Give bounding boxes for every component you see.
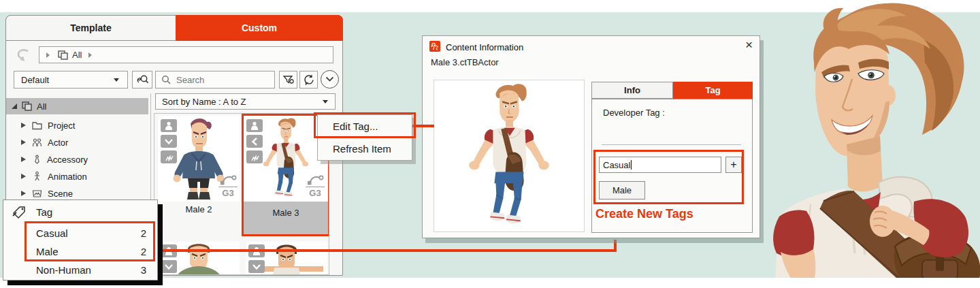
developer-tag-label: Developer Tag :: [603, 108, 665, 118]
library-dropdown-value: Default: [21, 75, 49, 85]
tree-expand-closed-icon[interactable]: [21, 191, 26, 196]
dialog-tab-info-label: Info: [624, 85, 640, 95]
bone-curve-icon: [306, 172, 324, 186]
tree-item-actor[interactable]: Actor: [6, 134, 148, 150]
tree-item-label: Actor: [48, 138, 68, 148]
menu-item-refresh-item-label: Refresh Item: [333, 143, 391, 155]
chevron-down-icon: [164, 263, 174, 270]
zigzag-motion-icon: [250, 153, 260, 161]
breadcrumb[interactable]: All: [39, 46, 333, 63]
connector-edit-tag: [412, 125, 434, 127]
filter-icon: [282, 74, 295, 86]
g3-badge: G3: [305, 172, 325, 197]
thumbnail-male2[interactable]: G3: [158, 116, 240, 202]
refresh-button[interactable]: [299, 71, 318, 89]
search-box[interactable]: [155, 71, 275, 89]
context-menu: Edit Tag... Refresh Item: [317, 114, 412, 161]
tag-row-non-human[interactable]: Non-Human 3: [3, 261, 157, 279]
person-icon: [165, 121, 173, 131]
scene-icon: [32, 189, 42, 198]
male3-preview-figure: [434, 80, 584, 231]
tag-row-casual[interactable]: Casual 2: [3, 225, 157, 242]
search-input[interactable]: [175, 74, 266, 86]
tree-item-accessory[interactable]: Accessory: [6, 151, 148, 167]
thumbnail-male2-label: Male 2: [158, 204, 240, 214]
chevron-down-button[interactable]: [248, 260, 265, 273]
add-tag-button-label: +: [730, 159, 736, 171]
mascot-illustration: [745, 0, 980, 278]
tag-row-count: 2: [141, 243, 146, 261]
person-icon: [250, 121, 259, 131]
chevron-down-circle-icon: [325, 76, 334, 82]
tab-template[interactable]: Template: [5, 15, 176, 41]
tab-custom[interactable]: Custom: [176, 15, 343, 41]
bone-curve-icon: [219, 172, 237, 186]
thumbnail-male3-image: G3: [244, 116, 328, 202]
dialog-tab-info[interactable]: Info: [591, 82, 673, 99]
breadcrumb-forward-caret-icon[interactable]: [88, 52, 92, 58]
add-tag-button[interactable]: +: [725, 157, 742, 173]
search-icon: [161, 75, 171, 84]
dialog-tab-tag-label: Tag: [705, 85, 720, 95]
chevron-left-icon: [251, 137, 258, 146]
chevron-down-button[interactable]: [161, 260, 177, 273]
library-dropdown-caret-icon: [114, 78, 119, 82]
dialog-tab-tag[interactable]: Tag: [673, 82, 753, 99]
image-search-button[interactable]: [132, 71, 152, 89]
thumbnail-partial-2[interactable]: [246, 242, 327, 275]
tree-expand-open-icon[interactable]: [12, 103, 17, 109]
tree-expand-closed-icon[interactable]: [21, 123, 26, 128]
new-tag-input[interactable]: Casual: [599, 157, 721, 173]
g3-badge-label: G3: [222, 188, 233, 198]
folder-icon: [32, 121, 42, 130]
tag-row-count: 2: [141, 225, 146, 242]
expand-panel-button[interactable]: [321, 70, 339, 89]
breadcrumb-label: All: [72, 50, 82, 60]
menu-item-edit-tag-label: Edit Tag...: [333, 121, 378, 132]
chevron-down-icon: [252, 263, 261, 270]
tag-popup-title: Tag: [36, 206, 52, 218]
thumbnail-male3-selected[interactable]: G3 Male 3: [242, 114, 329, 236]
motion-button[interactable]: [246, 150, 263, 163]
content-preview: [434, 80, 585, 232]
tag-chip-male-label: Male: [612, 185, 632, 195]
tree-item-label: Project: [48, 121, 75, 131]
tag-row-label: Male: [36, 243, 59, 261]
apply-actor-button[interactable]: [246, 119, 263, 132]
new-tag-input-value: Casual: [603, 160, 630, 170]
tree-item-label: Accessory: [47, 155, 88, 165]
tree-expand-closed-icon[interactable]: [21, 140, 26, 145]
content-information-dialog: Content Information × Male 3.ctTBActor I…: [422, 35, 760, 238]
sort-bar-caret-icon: [323, 100, 328, 103]
tag-row-male[interactable]: Male 2: [3, 243, 157, 261]
tree-item-label: Animation: [48, 172, 87, 182]
tree-expand-closed-icon[interactable]: [21, 174, 26, 179]
filter-button[interactable]: [279, 71, 297, 89]
tree-item-all[interactable]: All: [6, 98, 148, 114]
tree-item-animation[interactable]: Animation: [6, 168, 148, 185]
apply-actor-button[interactable]: [161, 119, 177, 132]
close-icon[interactable]: ×: [745, 37, 753, 52]
tree-item-project[interactable]: Project: [6, 117, 148, 133]
back-icon[interactable]: [16, 48, 32, 61]
menu-item-edit-tag[interactable]: Edit Tag...: [318, 115, 412, 138]
thumbnail-male3-label: Male 3: [244, 202, 328, 234]
tag-popup: Tag Casual 2 Male 2 Non-Human 3: [3, 199, 158, 281]
chevron-left-button[interactable]: [246, 135, 263, 148]
motion-button[interactable]: [161, 150, 177, 163]
g3-badge-label: G3: [309, 188, 321, 198]
all-categories-icon: [58, 50, 68, 60]
connector-tags-vertical: [614, 240, 617, 251]
breadcrumb-back-caret-icon[interactable]: [46, 52, 50, 58]
dialog-app-icon: [429, 41, 440, 52]
sort-bar[interactable]: Sort by Name : A to Z: [155, 93, 336, 110]
chevron-down-icon: [164, 138, 174, 145]
all-categories-icon: [22, 101, 32, 111]
library-dropdown[interactable]: Default: [14, 71, 128, 89]
tag-chip-male[interactable]: Male: [599, 181, 645, 199]
chevron-down-button[interactable]: [161, 135, 177, 148]
tag-icon: [12, 206, 26, 219]
thumbnail-partial-1[interactable]: [158, 242, 240, 275]
tree-expand-closed-icon[interactable]: [21, 157, 26, 162]
menu-item-refresh-item[interactable]: Refresh Item: [318, 138, 412, 160]
